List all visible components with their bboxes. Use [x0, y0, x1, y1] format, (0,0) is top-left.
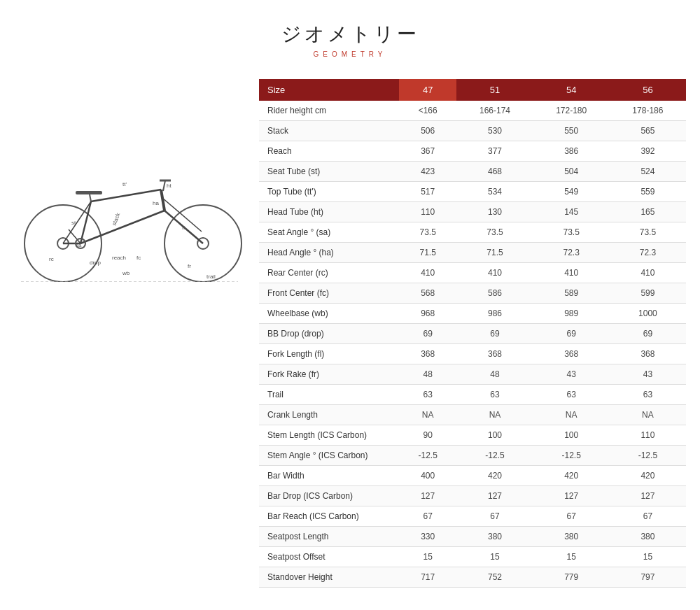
row-v3: -12.5	[533, 446, 610, 466]
svg-text:rc: rc	[49, 256, 54, 262]
table-row: Fork Length (fl)368368368368	[259, 344, 686, 364]
row-label: Seat Tube (st)	[259, 162, 399, 182]
row-v2: -12.5	[456, 446, 533, 466]
row-label: Reach	[259, 141, 399, 162]
row-v2: 586	[456, 283, 533, 304]
row-v2: 100	[456, 425, 533, 446]
row-v2: 368	[456, 344, 533, 364]
table-body: Rider height cm<166166-174172-180178-186…	[259, 101, 686, 588]
svg-line-4	[80, 201, 91, 243]
table-row: Seatpost Length330380380380	[259, 527, 686, 547]
row-v1: 410	[399, 263, 456, 283]
row-v4: 110	[610, 425, 686, 446]
table-row: Stem Angle ° (ICS Carbon)-12.5-12.5-12.5…	[259, 446, 686, 466]
table-row: Stack506530550565	[259, 121, 686, 141]
row-v1: 506	[399, 121, 456, 141]
row-v1: 69	[399, 324, 456, 344]
page-title-jp: ジオメトリー	[14, 21, 686, 48]
row-v3: 172-180	[533, 101, 610, 121]
svg-text:st: st	[71, 220, 76, 226]
row-v1: NA	[399, 405, 456, 425]
row-v3: 420	[533, 466, 610, 486]
table-row: Seat Tube (st)423468504524	[259, 162, 686, 182]
table-row: BB Drop (drop)69696969	[259, 324, 686, 344]
row-v1: 15	[399, 547, 456, 567]
row-v3: NA	[533, 405, 610, 425]
row-v1: 90	[399, 425, 456, 446]
row-label: Wheelbase (wb)	[259, 304, 399, 324]
header-size: Size	[259, 79, 399, 101]
row-v2: 127	[456, 486, 533, 506]
row-v3: 549	[533, 182, 610, 202]
row-v2: 410	[456, 263, 533, 283]
table-row: Reach367377386392	[259, 141, 686, 162]
row-v2: 73.5	[456, 222, 533, 243]
row-v2: 63	[456, 385, 533, 405]
row-v4: 67	[610, 506, 686, 527]
row-label: Stack	[259, 121, 399, 141]
geometry-table: Size 47 51 54 56 Rider height cm<166166-…	[259, 79, 686, 588]
row-v3: 69	[533, 324, 610, 344]
row-v1: 63	[399, 385, 456, 405]
row-v4: 410	[610, 263, 686, 283]
table-row: Top Tube (tt')517534549559	[259, 182, 686, 202]
row-v4: 72.3	[610, 243, 686, 263]
svg-line-17	[163, 180, 165, 191]
svg-text:tt': tt'	[122, 181, 127, 187]
row-v4: 165	[610, 202, 686, 222]
row-v3: 779	[533, 567, 610, 588]
table-row: Fork Rake (fr)48484343	[259, 364, 686, 385]
row-v4: 178-186	[610, 101, 686, 121]
row-v4: 380	[610, 527, 686, 547]
row-v3: 504	[533, 162, 610, 182]
header-col3: 54	[533, 79, 610, 101]
svg-text:fl: fl	[182, 225, 185, 231]
row-label: Bar Drop (ICS Carbon)	[259, 486, 399, 506]
row-v4: 797	[610, 567, 686, 588]
content-area: tt' ht st stack sa drop reach rc fc wb f…	[14, 79, 686, 588]
row-label: Seatpost Offset	[259, 547, 399, 567]
row-v1: 48	[399, 364, 456, 385]
row-v4: 73.5	[610, 222, 686, 243]
row-label: Bar Width	[259, 466, 399, 486]
table-row: Rider height cm<166166-174172-180178-186	[259, 101, 686, 121]
row-v3: 589	[533, 283, 610, 304]
row-label: Crank Length	[259, 405, 399, 425]
row-v1: 400	[399, 466, 456, 486]
row-label: Seatpost Length	[259, 527, 399, 547]
svg-text:ht: ht	[167, 183, 172, 189]
row-v4: 368	[610, 344, 686, 364]
row-v1: 67	[399, 506, 456, 527]
svg-text:wb: wb	[122, 270, 130, 276]
row-v1: 968	[399, 304, 456, 324]
row-label: Rear Center (rc)	[259, 263, 399, 283]
row-v3: 380	[533, 527, 610, 547]
row-v4: -12.5	[610, 446, 686, 466]
row-v1: 423	[399, 162, 456, 182]
row-v1: 517	[399, 182, 456, 202]
page-title-section: ジオメトリー GEOMETRY	[14, 21, 686, 58]
table-row: Bar Width400420420420	[259, 466, 686, 486]
svg-text:ha: ha	[153, 200, 159, 206]
row-v2: 986	[456, 304, 533, 324]
page-wrapper: ジオメトリー GEOMETRY	[0, 0, 700, 610]
row-v1: 71.5	[399, 243, 456, 263]
row-v4: 63	[610, 385, 686, 405]
svg-text:stack: stack	[111, 211, 121, 227]
svg-text:trail: trail	[206, 274, 216, 280]
row-label: BB Drop (drop)	[259, 324, 399, 344]
row-v2: 69	[456, 324, 533, 344]
row-v2: 534	[456, 182, 533, 202]
table-header-row: Size 47 51 54 56	[259, 79, 686, 101]
table-row: Stem Length (ICS Carbon)90100100110	[259, 425, 686, 446]
row-label: Bar Reach (ICS Carbon)	[259, 506, 399, 527]
row-v3: 145	[533, 202, 610, 222]
row-label: Stem Length (ICS Carbon)	[259, 425, 399, 446]
row-v3: 127	[533, 486, 610, 506]
svg-text:drop: drop	[90, 260, 102, 266]
row-v1: 73.5	[399, 222, 456, 243]
header-col4: 56	[610, 79, 686, 101]
row-v2: 530	[456, 121, 533, 141]
table-row: Head Angle ° (ha)71.571.572.372.3	[259, 243, 686, 263]
row-v2: 468	[456, 162, 533, 182]
